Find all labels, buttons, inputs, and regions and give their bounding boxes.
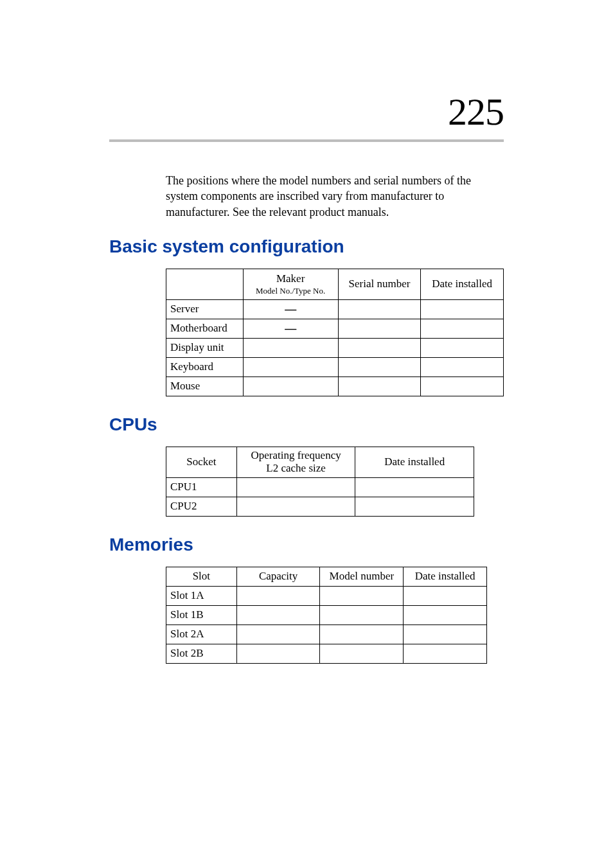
- header-socket: Socket: [166, 447, 237, 477]
- page-container: 225 The positions where the model number…: [0, 0, 613, 868]
- table-row: Keyboard: [166, 357, 504, 376]
- header-blank: [166, 269, 244, 299]
- row-serial: [338, 319, 421, 338]
- row-freq: [236, 497, 355, 516]
- row-date: [404, 586, 487, 605]
- row-serial: [338, 376, 421, 396]
- row-serial: [338, 357, 421, 376]
- row-freq: [236, 477, 355, 497]
- row-model: [320, 586, 404, 605]
- row-label: CPU2: [166, 497, 237, 516]
- basic-table-wrapper: Maker Model No./Type No. Serial number D…: [166, 269, 504, 396]
- table-row: Slot 2A: [166, 624, 487, 644]
- row-label: CPU1: [166, 477, 237, 497]
- header-divider: [109, 139, 504, 142]
- row-date: [404, 605, 487, 624]
- heading-basic-system-configuration: Basic system configuration: [109, 236, 504, 257]
- header-maker: Maker Model No./Type No.: [243, 269, 338, 299]
- header-maker-line1: Maker: [276, 272, 305, 285]
- row-label: Keyboard: [166, 357, 244, 376]
- row-serial: [338, 338, 421, 357]
- heading-memories: Memories: [109, 535, 504, 555]
- row-date: [404, 624, 487, 644]
- row-label: Slot 2B: [166, 644, 237, 663]
- row-date: [421, 299, 504, 319]
- row-capacity: [236, 605, 320, 624]
- table-row: Motherboard —: [166, 319, 504, 338]
- cpus-table: Socket Operating frequency L2 cache size…: [166, 447, 474, 517]
- row-date: [404, 644, 487, 663]
- header-date: Date installed: [421, 269, 504, 299]
- header-maker-line2: Model No./Type No.: [247, 286, 334, 296]
- memories-table-wrapper: Slot Capacity Model number Date installe…: [166, 567, 504, 664]
- row-maker: [243, 338, 338, 357]
- row-label: Display unit: [166, 338, 244, 357]
- row-model: [320, 644, 404, 663]
- header-frequency-line1: Operating frequency: [251, 449, 341, 461]
- table-row: Slot 1A: [166, 586, 487, 605]
- table-row: Display unit: [166, 338, 504, 357]
- row-label: Mouse: [166, 376, 244, 396]
- row-label: Server: [166, 299, 244, 319]
- row-date: [421, 319, 504, 338]
- row-maker: —: [243, 299, 338, 319]
- basic-config-table: Maker Model No./Type No. Serial number D…: [166, 269, 504, 396]
- row-maker: [243, 376, 338, 396]
- row-date: [421, 338, 504, 357]
- header-model: Model number: [320, 567, 404, 586]
- row-date: [355, 477, 474, 497]
- heading-cpus: CPUs: [109, 414, 504, 435]
- row-date: [421, 357, 504, 376]
- row-model: [320, 605, 404, 624]
- header-date: Date installed: [355, 447, 474, 477]
- row-label: Slot 1B: [166, 605, 237, 624]
- row-date: [355, 497, 474, 516]
- header-slot: Slot: [166, 567, 237, 586]
- page-number: 225: [109, 90, 504, 134]
- table-header-row: Slot Capacity Model number Date installe…: [166, 567, 487, 586]
- header-capacity: Capacity: [236, 567, 320, 586]
- table-row: CPU2: [166, 497, 474, 516]
- row-capacity: [236, 586, 320, 605]
- row-date: [421, 376, 504, 396]
- header-frequency: Operating frequency L2 cache size: [236, 447, 355, 477]
- table-row: Slot 1B: [166, 605, 487, 624]
- table-header-row: Maker Model No./Type No. Serial number D…: [166, 269, 504, 299]
- header-serial: Serial number: [338, 269, 421, 299]
- table-row: Mouse: [166, 376, 504, 396]
- row-serial: [338, 299, 421, 319]
- row-maker: —: [243, 319, 338, 338]
- table-row: Slot 2B: [166, 644, 487, 663]
- row-maker: [243, 357, 338, 376]
- cpus-table-wrapper: Socket Operating frequency L2 cache size…: [166, 447, 504, 517]
- table-header-row: Socket Operating frequency L2 cache size…: [166, 447, 474, 477]
- row-model: [320, 624, 404, 644]
- table-row: CPU1: [166, 477, 474, 497]
- row-label: Slot 1A: [166, 586, 237, 605]
- header-frequency-line2: L2 cache size: [241, 462, 351, 475]
- intro-paragraph: The positions where the model numbers an…: [166, 173, 504, 220]
- row-label: Slot 2A: [166, 624, 237, 644]
- row-capacity: [236, 644, 320, 663]
- row-capacity: [236, 624, 320, 644]
- row-label: Motherboard: [166, 319, 244, 338]
- header-date: Date installed: [404, 567, 487, 586]
- memories-table: Slot Capacity Model number Date installe…: [166, 567, 487, 664]
- table-row: Server —: [166, 299, 504, 319]
